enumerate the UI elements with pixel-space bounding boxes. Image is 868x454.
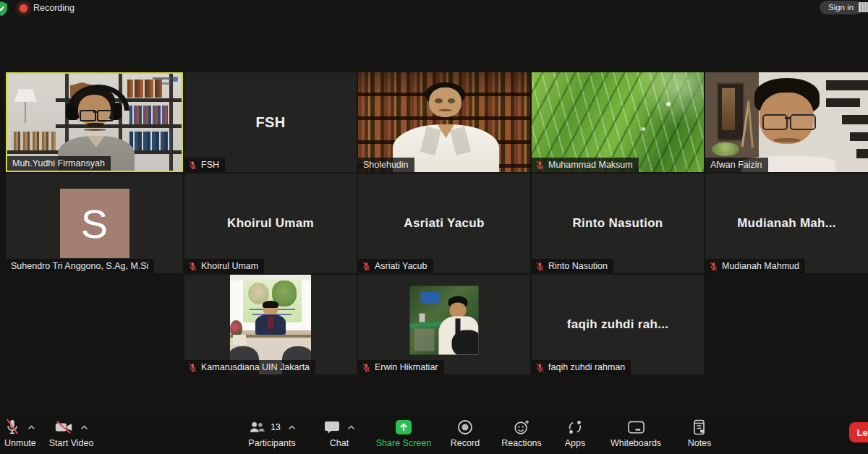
tile-sholehudin[interactable]: Sholehudin [358,72,530,172]
chat-label: Chat [330,438,349,448]
chat-button[interactable]: Chat [311,412,367,448]
unmute-button[interactable]: Unmute [4,412,36,448]
tile-asriati-yacub[interactable]: Asriati Yacub Asriati Yacub [358,174,530,273]
video-off-icon [54,419,73,436]
tile-mudianah-mahmud[interactable]: Mudianah Mah... Mudianah Mahmud [705,174,868,273]
muted-mic-icon [362,262,371,271]
meeting-topbar: Recording Sign in [0,0,868,19]
participant-name: Muh.Yudhi Firmansyah [12,156,105,171]
participant-name-label: Erwin Hikmatiar [358,360,444,374]
gallery-view-grid-icon[interactable] [859,2,868,12]
muted-mic-icon [709,262,718,271]
unmute-label: Unmute [4,438,36,448]
participant-name-label: Asriati Yacub [358,259,433,273]
whiteboards-label: Whiteboards [610,438,661,448]
muted-mic-icon [188,262,197,271]
reactions-button[interactable]: Reactions [493,412,550,448]
muted-mic-icon [535,262,545,271]
share-screen-label: Share Screen [376,438,431,448]
security-shield-icon[interactable] [0,1,8,16]
participant-name: FSH [201,158,219,172]
recording-label: Recording [33,3,75,13]
participants-icon [248,420,266,434]
participant-name: Mudianah Mahmud [722,259,799,273]
audio-options-chevron-icon[interactable] [27,425,35,430]
participant-name-label: Afwan Faizin [705,158,768,172]
notes-icon [692,419,707,435]
muted-mic-icon [535,160,545,170]
tile-kamarusdiana[interactable]: Kamarusdiana UIN Jakarta [184,275,357,374]
participant-name: Asriati Yacub [375,259,427,273]
notes-label: Notes [688,438,712,448]
meeting-toolbar: Unmute Start Video 13 Participants Chat [0,412,868,454]
whiteboards-button[interactable]: Whiteboards [600,412,671,448]
participants-label: Participants [248,438,295,448]
participant-name: Khoirul Umam [201,259,258,273]
record-label: Record [451,438,480,448]
record-icon [457,419,473,435]
leave-button[interactable]: Leave [849,422,868,442]
participant-name-label: Kamarusdiana UIN Jakarta [184,360,315,374]
participant-name-label: Suhendro Tri Anggono, S.Ag, M.Si [6,259,154,273]
tile-khoirul-umam[interactable]: Khoirul Umam Khoirul Umam [184,174,357,273]
share-screen-button[interactable]: Share Screen [370,412,437,448]
recording-indicator-dot [20,4,27,12]
participant-name-label: Muhammad Maksum [532,158,639,172]
participant-name-label: faqih zuhdi rahman [532,360,631,374]
tile-fsh[interactable]: FSH FSH [184,72,357,172]
participants-options-chevron-icon[interactable] [288,425,296,430]
participant-name-label: Mudianah Mahmud [705,259,805,273]
record-button[interactable]: Record [440,412,490,448]
tile-erwin-hikmatiar[interactable]: Erwin Hikmatiar [358,275,530,374]
start-video-label: Start Video [49,438,94,448]
share-screen-icon [394,419,413,435]
start-video-button[interactable]: Start Video [49,412,94,448]
participants-button[interactable]: 13 Participants [236,412,308,448]
tile-faqih-zuhdi-rahman[interactable]: faqih zuhdi rah... faqih zuhdi rahman [532,275,704,374]
apps-button[interactable]: Apps [553,412,597,448]
participant-name: Sholehudin [363,158,409,172]
participant-name-label: Rinto Nasution [532,259,613,273]
participant-name: Suhendro Tri Anggono, S.Ag, M.Si [11,259,148,273]
participant-name: Rinto Nasution [548,259,608,273]
participant-name-label: Khoirul Umam [184,259,264,273]
muted-mic-icon [535,363,545,372]
mic-muted-icon [4,419,20,436]
participant-name: Afwan Faizin [710,158,762,172]
reactions-label: Reactions [501,438,542,448]
apps-label: Apps [565,438,586,448]
apps-icon [567,419,583,435]
tile-muhammad-maksum[interactable]: Muhammad Maksum [532,72,704,172]
chat-options-chevron-icon[interactable] [347,425,355,430]
muted-mic-icon [188,363,197,372]
tile-muh-yudhi-firmansyah[interactable]: Muh.Yudhi Firmansyah [6,72,183,172]
participant-name: Kamarusdiana UIN Jakarta [201,360,310,374]
muted-mic-icon [188,160,197,170]
video-options-chevron-icon[interactable] [80,425,88,430]
whiteboards-icon [627,420,645,434]
chat-icon [324,420,340,434]
participant-name: faqih zuhdi rahman [548,360,625,374]
avatar-initial: S [60,189,129,258]
participants-count-badge: 13 [271,422,280,432]
muted-mic-icon [362,363,371,372]
tile-rinto-nasution[interactable]: Rinto Nasution Rinto Nasution [532,174,704,273]
notes-button[interactable]: Notes [674,412,725,448]
participant-name: Muhammad Maksum [548,158,633,172]
participant-name: Erwin Hikmatiar [375,360,438,374]
participant-name-label: FSH [184,158,225,172]
tile-afwan-faizin[interactable]: Afwan Faizin [705,72,868,172]
participant-name-label: Sholehudin [358,158,414,172]
sign-in-button[interactable]: Sign in [820,1,862,14]
tile-suhendro-tri-anggono[interactable]: S Suhendro Tri Anggono, S.Ag, M.Si [6,174,183,273]
reactions-icon [514,419,530,435]
participant-name-label: Muh.Yudhi Firmansyah [7,156,111,171]
